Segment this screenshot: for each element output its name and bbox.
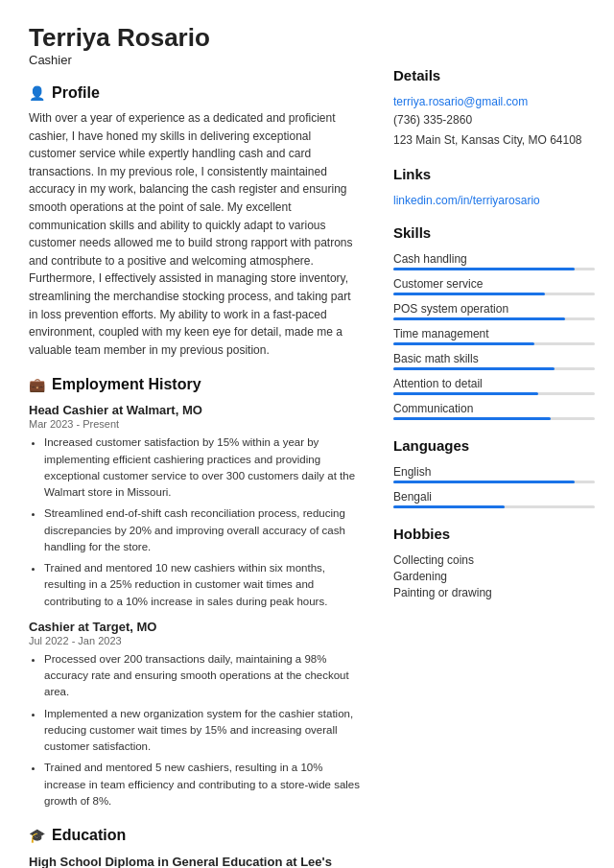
lang-1-bar-bg [393,505,595,508]
lang-1-label: Bengali [393,490,595,504]
links-section-title: Links [393,166,595,186]
skill-4-bar-bg [393,367,595,370]
skill-0: Cash handling [393,252,595,270]
skill-6-bar-bg [393,417,595,420]
hobby-1: Gardening [393,570,595,583]
education-icon: 🎓 [29,828,45,843]
employment-icon: 💼 [29,377,45,392]
candidate-subtitle: Cashier [29,53,585,67]
skill-6: Communication [393,402,595,420]
lang-1-bar-fill [393,505,505,508]
job-0-title: Head Cashier at Walmart, MO [29,403,361,417]
job-0-bullet-1: Streamlined end-of-shift cash reconcilia… [44,505,361,555]
left-column: 👤 Profile With over a year of experience… [0,67,384,868]
skill-2: POS system operation [393,302,595,320]
job-1-title: Cashier at Target, MO [29,620,361,634]
job-0-bullet-2: Trained and mentored 10 new cashiers wit… [44,560,361,610]
skill-4-bar-fill [393,367,555,370]
skill-1-bar-bg [393,293,595,295]
phone-detail: (736) 335-2860 [393,111,595,129]
hobby-2: Painting or drawing [393,586,595,599]
lang-0: English [393,465,595,483]
job-1-bullets: Processed over 200 transactions daily, m… [29,651,361,809]
job-1-bullet-1: Implemented a new organization system fo… [44,706,361,756]
job-1-dates: Jul 2022 - Jan 2023 [29,635,361,646]
skill-1: Customer service [393,277,595,295]
profile-section-title: 👤 Profile [29,84,361,102]
job-1-bullet-2: Trained and mentored 5 new cashiers, res… [44,760,361,809]
skill-0-label: Cash handling [393,252,595,266]
hobbies-section-title: Hobbies [393,526,595,546]
lang-0-label: English [393,465,595,479]
details-section-title: Details [393,67,595,87]
candidate-name: Terriya Rosario [29,23,585,53]
right-column: Details terriya.rosario@gmail.com (736) … [384,67,614,868]
skill-2-bar-bg [393,317,595,320]
skill-4-label: Basic math skills [393,352,595,365]
skill-0-bar-bg [393,268,595,270]
languages-section-title: Languages [393,437,595,457]
job-1-bullet-0: Processed over 200 transactions daily, m… [44,651,361,701]
profile-text: With over a year of experience as a dedi… [29,109,361,359]
skill-3-bar-bg [393,342,595,345]
skill-2-bar-fill [393,317,565,320]
education-section-title: 🎓 Education [29,827,361,844]
skill-3: Time management [393,327,595,345]
edu-0-title: High School Diploma in General Education… [29,854,361,868]
job-0-bullets: Increased customer satisfaction by 15% w… [29,434,361,610]
skill-4: Basic math skills [393,352,595,370]
hobby-0: Collecting coins [393,553,595,567]
skill-5-bar-fill [393,392,538,395]
employment-section-title: 💼 Employment History [29,376,361,393]
job-0: Head Cashier at Walmart, MO Mar 2023 - P… [29,403,361,610]
main-content: 👤 Profile With over a year of experience… [0,67,614,868]
address-detail: 123 Main St, Kansas City, MO 64108 [393,131,595,149]
lang-0-bar-fill [393,481,575,483]
skill-0-bar-fill [393,268,575,270]
skill-5-label: Attention to detail [393,377,595,390]
profile-icon: 👤 [29,85,45,101]
skills-section-title: Skills [393,224,595,245]
skill-6-bar-fill [393,417,551,420]
lang-0-bar-bg [393,481,595,483]
skill-2-label: POS system operation [393,302,595,316]
skill-5: Attention to detail [393,377,595,395]
skill-3-label: Time management [393,327,595,340]
linkedin-link[interactable]: linkedin.com/in/terriyarosario [393,194,595,207]
header-section: Terriya Rosario Cashier [0,0,614,67]
edu-0: High School Diploma in General Education… [29,854,361,868]
job-0-bullet-0: Increased customer satisfaction by 15% w… [44,434,361,501]
skill-3-bar-fill [393,342,534,345]
skill-5-bar-bg [393,392,595,395]
job-0-dates: Mar 2023 - Present [29,418,361,430]
job-1: Cashier at Target, MO Jul 2022 - Jan 202… [29,620,361,809]
skill-1-bar-fill [393,293,545,295]
skill-1-label: Customer service [393,277,595,291]
lang-1: Bengali [393,490,595,508]
skill-6-label: Communication [393,402,595,415]
email-link[interactable]: terriya.rosario@gmail.com [393,95,595,108]
